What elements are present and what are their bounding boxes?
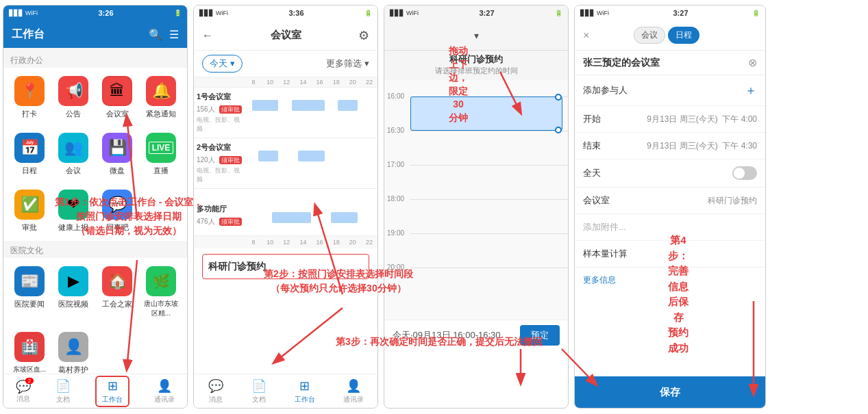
union-label: 工会之家 bbox=[102, 299, 132, 309]
form-row-end[interactable]: 结束 9月13日 周三(今天) 下午 4:30 bbox=[575, 133, 765, 159]
add-participant-icon[interactable]: ＋ bbox=[745, 82, 757, 99]
p2-nav-3[interactable]: ⊞ 工作台 bbox=[295, 378, 315, 404]
wifi-icon: WiFi bbox=[597, 10, 609, 16]
phone2-battery-icons: 🔋 bbox=[364, 10, 372, 16]
room1-timeline[interactable] bbox=[245, 88, 377, 123]
tab-schedule[interactable]: 日程 bbox=[668, 27, 699, 44]
signal-icon: ▊▊▊ bbox=[199, 10, 214, 16]
phone3-title: 科研门诊预约 bbox=[384, 53, 568, 66]
p2-nav2-label: 文档 bbox=[252, 395, 266, 404]
icon-hospital-video[interactable]: ▶ 医院视频 bbox=[53, 261, 94, 324]
save-button[interactable]: 保存 bbox=[575, 376, 765, 408]
notice-icon: 📢 bbox=[64, 82, 83, 100]
search-icon[interactable]: 🔍 bbox=[149, 28, 162, 41]
today-filter-button[interactable]: 今天 ▾ bbox=[202, 55, 243, 73]
icon-meeting[interactable]: 👥 会议 bbox=[53, 127, 94, 181]
form-row-room[interactable]: 会议室 科研门诊预约 bbox=[575, 187, 765, 214]
end-value: 9月13日 周三(今天) 下午 4:30 bbox=[647, 140, 757, 152]
icon-notice[interactable]: 📢 公告 bbox=[53, 70, 94, 125]
p2-nav-2[interactable]: 📄 文档 bbox=[251, 378, 266, 404]
phone3-signal-icons: ▊▊▊ WiFi bbox=[390, 10, 419, 16]
form-row-participants[interactable]: 添加参与人 ＋ bbox=[575, 75, 765, 106]
icon-hospital-news[interactable]: 📰 医院要闻 bbox=[9, 261, 50, 324]
phone2-bottom-nav: 💬 消息 📄 文档 ⊞ 工作台 👤 通讯录 bbox=[194, 374, 377, 408]
gecun-icon: 👤 bbox=[64, 338, 83, 356]
battery-icon: 🔋 bbox=[555, 10, 562, 16]
icon-gecun[interactable]: 👤 葛村养护 bbox=[53, 326, 94, 374]
room-row-3[interactable]: 多功能厅 476人 须审批 bbox=[194, 200, 377, 236]
selected-time-range[interactable] bbox=[410, 96, 562, 131]
gecun-icon-box: 👤 bbox=[58, 332, 88, 362]
icon-weidisk[interactable]: 💾 微盘 bbox=[97, 127, 138, 181]
nav-messages[interactable]: 💬 2 消息 bbox=[16, 379, 31, 404]
start-label: 开始 bbox=[583, 113, 601, 125]
phone1-action-icons[interactable]: 🔍 ☰ bbox=[149, 28, 179, 41]
icon-live[interactable]: LIVE 直播 bbox=[140, 127, 182, 181]
phone4-time: 3:27 bbox=[673, 9, 688, 17]
form-row-start[interactable]: 开始 9月13日 周三(今天) 下午 4:00 bbox=[575, 106, 765, 133]
tab-meeting[interactable]: 会议 bbox=[634, 27, 665, 44]
p2-nav-1[interactable]: 💬 消息 bbox=[208, 378, 223, 404]
icon-urgent[interactable]: 🔔 紧急通知 bbox=[140, 70, 182, 125]
phone2-time: 3:36 bbox=[288, 9, 303, 17]
docs-icon: 📄 bbox=[55, 378, 71, 393]
phone4-signal-icons: ▊▊▊ WiFi bbox=[580, 10, 609, 16]
icon-union[interactable]: 🏠 工会之家 bbox=[97, 261, 138, 324]
icon-meeting-room[interactable]: 🏛 会议室 bbox=[97, 70, 138, 125]
dongpo-icon: 🏥 bbox=[21, 339, 38, 355]
form-close-icon[interactable]: ⊗ bbox=[748, 56, 757, 69]
room2-timeline[interactable] bbox=[245, 138, 377, 174]
culture-icon-grid: 📰 医院要闻 ▶ 医院视频 🏠 工会之家 bbox=[3, 258, 187, 374]
icon-tangshan[interactable]: 🌿 唐山市东坡区精... bbox=[140, 261, 182, 324]
icon-schedule[interactable]: 📅 日程 bbox=[9, 127, 50, 181]
tl-foot-18: 18 bbox=[328, 237, 345, 247]
range-handle-top[interactable] bbox=[555, 94, 562, 101]
room3-booking-1 bbox=[272, 212, 312, 223]
phone3-header: 科研门诊预约 请选择排班预定约的时间 bbox=[384, 51, 568, 80]
room-row-2[interactable]: 2号会议室 120人 须审批 电视、投影、视频 bbox=[194, 138, 377, 189]
room1-features: 电视、投影、视频 bbox=[197, 116, 243, 133]
nav-docs[interactable]: 📄 文档 bbox=[55, 378, 71, 404]
icon-approval[interactable]: ✅ 审批 bbox=[9, 184, 50, 238]
form-title: 张三预定的会议室 bbox=[583, 57, 660, 69]
daka-label: 打卡 bbox=[22, 109, 37, 119]
icon-dongpo[interactable]: 🏥 东坡区血... bbox=[9, 326, 50, 374]
tl-hour-8: 8 bbox=[245, 77, 262, 87]
nav-workbench[interactable]: ⊞ 工作台 bbox=[95, 376, 129, 407]
icon-daka[interactable]: 📍 打卡 bbox=[9, 70, 50, 125]
time-gridline-1800 bbox=[410, 199, 568, 200]
schedule-label: 日程 bbox=[22, 166, 37, 176]
back-button[interactable]: ← bbox=[202, 29, 213, 42]
end-label: 结束 bbox=[583, 140, 601, 152]
menu-icon[interactable]: ☰ bbox=[169, 28, 179, 41]
messages-badge: 2 bbox=[25, 378, 34, 384]
daka-icon: 📍 bbox=[21, 82, 39, 100]
p2-nav4-label: 通讯录 bbox=[343, 395, 364, 404]
nav-contacts[interactable]: 👤 通讯录 bbox=[154, 378, 175, 404]
settings-icon[interactable]: ⚙ bbox=[358, 28, 369, 43]
more-filter-button[interactable]: 更多筛选 ▾ bbox=[326, 57, 369, 70]
phone3-hint: 请选择排班预定约的时间 bbox=[384, 66, 568, 76]
time-gridline-1700 bbox=[410, 165, 568, 166]
phone4-status-bar: ▊▊▊ WiFi 3:27 🔋 bbox=[575, 5, 765, 21]
room-row-1[interactable]: 1号会议室 156人 须审批 电视、投影、视频 bbox=[194, 88, 377, 138]
phone3-status-bar: ▊▊▊ WiFi 3:27 🔋 bbox=[384, 5, 568, 21]
section1-label: 行政办公 bbox=[3, 51, 187, 68]
wifi-icon: WiFi bbox=[25, 10, 38, 16]
allday-toggle[interactable] bbox=[732, 166, 757, 180]
room1-name: 1号会议室 bbox=[197, 92, 243, 102]
participants-label: 添加参与人 bbox=[583, 84, 628, 96]
form-row-allday[interactable]: 全天 bbox=[575, 159, 765, 187]
chevron-down-icon[interactable]: ▾ bbox=[474, 30, 479, 41]
room3-timeline[interactable] bbox=[245, 200, 377, 235]
timeline-header: 8 10 12 14 16 18 20 22 bbox=[194, 77, 377, 88]
close-icon[interactable]: × bbox=[583, 29, 589, 42]
range-handle-bottom[interactable] bbox=[555, 127, 562, 133]
more-info-link[interactable]: 更多信息 bbox=[583, 275, 616, 285]
p2-nav-4[interactable]: 👤 通讯录 bbox=[343, 378, 364, 404]
room1-badge: 须审批 bbox=[219, 105, 242, 114]
live-label: 直播 bbox=[153, 166, 169, 176]
tl-foot-16: 16 bbox=[312, 237, 328, 247]
meeting-icon: 👥 bbox=[64, 139, 83, 157]
tl-hour-14: 14 bbox=[295, 77, 311, 87]
